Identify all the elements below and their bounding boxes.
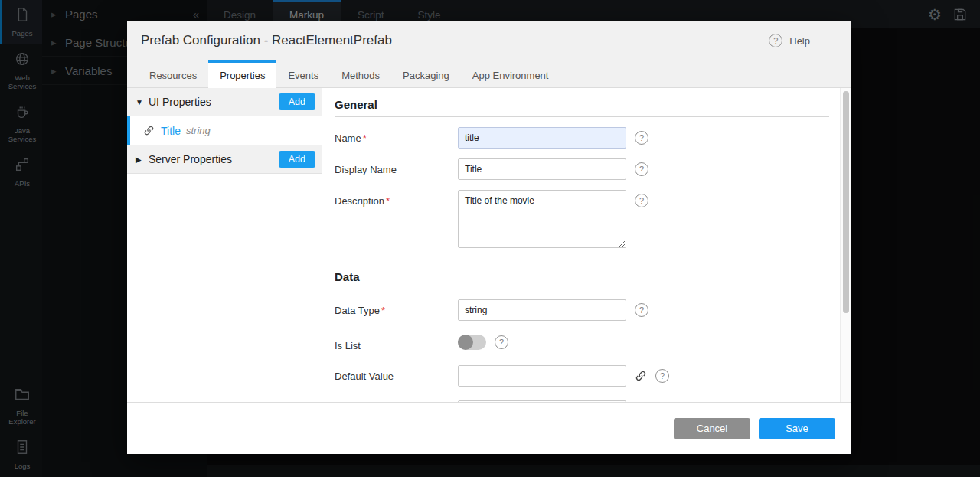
- form-row-binding-type: Binding Type in-bound ?: [335, 400, 829, 402]
- form-row-data-type: Data Type* ?: [335, 299, 829, 321]
- server-properties-group-header[interactable]: ▶ Server Properties Add: [127, 145, 322, 174]
- tab-properties[interactable]: Properties: [208, 60, 276, 88]
- label-text: Display Name: [335, 164, 397, 175]
- field-help-icon[interactable]: ?: [635, 303, 648, 317]
- tab-label: Methods: [341, 70, 380, 81]
- add-server-property-button[interactable]: Add: [279, 151, 315, 168]
- field-label: Display Name: [335, 158, 458, 175]
- tab-app-environment[interactable]: App Environment: [461, 60, 560, 88]
- ui-properties-group-header[interactable]: ▼ UI Properties Add: [127, 88, 322, 116]
- scrollbar[interactable]: [840, 88, 851, 402]
- description-textarea[interactable]: Title of the movie: [458, 190, 626, 248]
- tab-label: Packaging: [403, 70, 449, 81]
- tab-label: App Environment: [472, 70, 549, 81]
- field-label: Default Value: [335, 365, 458, 382]
- label-text: Name: [335, 132, 361, 144]
- field-help-icon[interactable]: ?: [495, 335, 508, 349]
- link-icon: [143, 125, 155, 136]
- required-marker: *: [386, 195, 390, 207]
- dialog-header: Prefab Configuration - ReactElementPrefa…: [127, 21, 851, 60]
- field-control: ?: [458, 299, 648, 321]
- form-row-default-value: Default Value ?: [335, 365, 829, 387]
- required-marker: *: [381, 305, 385, 316]
- form-row-name: Name* ?: [335, 127, 829, 149]
- field-label: Data Type*: [335, 299, 458, 316]
- properties-list-panel: ▼ UI Properties Add Title string ▶ Serve…: [127, 88, 322, 402]
- tab-label: Events: [288, 70, 318, 81]
- field-control: ?: [458, 335, 508, 350]
- data-type-input[interactable]: [458, 299, 626, 321]
- cancel-button[interactable]: Cancel: [674, 418, 750, 439]
- tab-methods[interactable]: Methods: [330, 60, 391, 88]
- field-help-icon[interactable]: ?: [655, 369, 669, 383]
- display-name-input[interactable]: [458, 158, 626, 180]
- help-button[interactable]: ? Help: [769, 34, 810, 47]
- field-control: ?: [458, 365, 669, 387]
- triangle-down-icon: ▼: [136, 98, 149, 106]
- field-label: Description*: [335, 190, 458, 207]
- form-row-description: Description* Title of the movie ?: [335, 190, 829, 248]
- help-icon: ?: [769, 34, 782, 47]
- property-form: General Name* ? Display Name ?: [322, 88, 851, 402]
- field-control: ?: [458, 127, 648, 149]
- is-list-toggle[interactable]: [458, 335, 486, 350]
- group-label: UI Properties: [149, 96, 279, 108]
- dialog-footer: Cancel Save: [127, 402, 851, 454]
- tab-events[interactable]: Events: [276, 60, 330, 88]
- dialog-title: Prefab Configuration - ReactElementPrefa…: [141, 33, 392, 48]
- group-label: Server Properties: [149, 153, 279, 165]
- field-label: Binding Type: [335, 400, 458, 402]
- field-control: in-bound ?: [458, 400, 648, 402]
- scrollbar-thumb[interactable]: [843, 91, 849, 313]
- tab-packaging[interactable]: Packaging: [391, 60, 461, 88]
- field-label: Name*: [335, 127, 458, 144]
- required-marker: *: [363, 132, 367, 144]
- dialog-body: ▼ UI Properties Add Title string ▶ Serve…: [127, 88, 851, 402]
- field-help-icon[interactable]: ?: [635, 131, 648, 145]
- property-name: Title: [161, 125, 181, 137]
- field-control: Title of the movie ?: [458, 190, 648, 248]
- name-input[interactable]: [458, 127, 626, 149]
- field-label: Is List: [335, 335, 458, 351]
- label-text: Default Value: [335, 371, 394, 382]
- triangle-right-icon: ▶: [136, 155, 149, 164]
- label-text: Is List: [335, 340, 361, 351]
- add-ui-property-button[interactable]: Add: [279, 93, 315, 110]
- form-row-is-list: Is List ?: [335, 335, 829, 351]
- label-text: Description: [335, 195, 384, 207]
- prefab-configuration-dialog: Prefab Configuration - ReactElementPrefa…: [127, 21, 851, 454]
- binding-type-select[interactable]: in-bound: [458, 400, 626, 402]
- tab-label: Properties: [220, 70, 265, 81]
- bind-link-icon[interactable]: [635, 370, 647, 382]
- default-value-input[interactable]: [458, 365, 626, 387]
- form-row-display-name: Display Name ?: [335, 158, 829, 180]
- field-help-icon[interactable]: ?: [635, 162, 648, 176]
- section-title-general: General: [335, 88, 829, 117]
- tab-label: Resources: [149, 70, 197, 81]
- dialog-tab-bar: Resources Properties Events Methods Pack…: [127, 60, 851, 88]
- tab-resources[interactable]: Resources: [138, 60, 208, 88]
- property-item-title[interactable]: Title string: [127, 116, 322, 145]
- section-title-data: Data: [335, 260, 829, 289]
- help-label: Help: [789, 35, 810, 47]
- field-control: ?: [458, 158, 648, 180]
- toggle-knob: [458, 335, 473, 350]
- label-text: Data Type: [335, 305, 380, 316]
- field-help-icon[interactable]: ?: [635, 194, 648, 207]
- save-button[interactable]: Save: [759, 418, 835, 439]
- property-type: string: [186, 125, 211, 136]
